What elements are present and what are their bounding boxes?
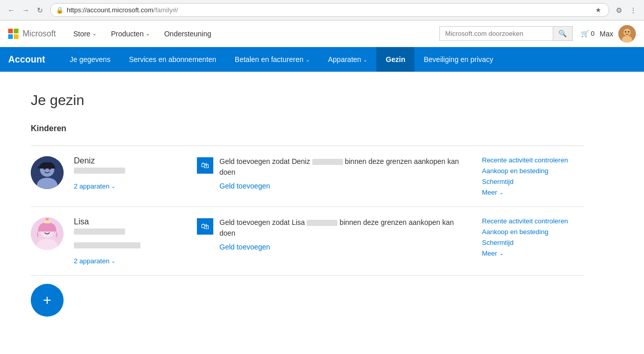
avatar[interactable] <box>618 25 636 43</box>
svg-rect-16 <box>46 218 49 220</box>
store-desc-lisa: Geld toevoegen zodat Lisa binnen deze gr… <box>219 217 472 239</box>
cart-icon[interactable]: 🛒 0 <box>581 30 594 37</box>
logo-blue <box>8 34 13 39</box>
aankoop-besteding-lisa[interactable]: Aankoop en besteding <box>482 228 548 236</box>
member-store-section-lisa: 🛍 Geld toevoegen zodat Lisa binnen deze … <box>197 217 472 251</box>
blur-text <box>312 159 343 165</box>
nav-beveiliging[interactable]: Beveiliging en privacy <box>414 47 502 72</box>
ms-search-area: 🔍 <box>439 26 573 41</box>
menu-icon[interactable]: ⋮ <box>628 5 639 16</box>
more-member-hint: + <box>31 275 585 317</box>
devices-chevron-icon-lisa: ⌄ <box>111 258 115 264</box>
deniz-avatar-svg <box>31 156 64 189</box>
schermtijd-deniz[interactable]: Schermtijd <box>482 178 513 185</box>
shopping-bag-icon: 🛍 <box>201 161 209 170</box>
username-label[interactable]: Max <box>600 30 613 38</box>
member-actions-deniz: Recente activiteit controleren Aankoop e… <box>482 156 585 196</box>
svg-point-4 <box>628 31 630 32</box>
svg-rect-15 <box>44 220 50 223</box>
meer-chevron-icon: ⌄ <box>499 190 504 195</box>
search-button[interactable]: 🔍 <box>553 27 572 40</box>
store-desc-deniz: Geld toevoegen zodat Deniz binnen deze g… <box>219 156 472 178</box>
add-member-avatar: + <box>31 284 64 317</box>
svg-point-3 <box>625 31 627 32</box>
schermtijd-lisa[interactable]: Schermtijd <box>482 239 513 246</box>
member-info-deniz: Deniz 2 apparaten ⌄ <box>74 156 187 190</box>
logo-green <box>14 29 18 33</box>
avatar-image <box>618 25 636 43</box>
add-money-link-deniz[interactable]: Geld toevoegen <box>219 182 270 190</box>
recente-activiteit-deniz[interactable]: Recente activiteit controleren <box>482 156 568 164</box>
account-title: Account <box>8 54 45 65</box>
browser-icon-area: ⚙ ⋮ <box>613 5 639 16</box>
page-title: Je gezin <box>31 92 585 109</box>
devices-chevron-icon: ⌄ <box>111 183 115 189</box>
member-store-info-deniz: Geld toevoegen zodat Deniz binnen deze g… <box>219 156 472 190</box>
nav-store[interactable]: Store ⌄ <box>66 20 104 47</box>
ms-logo-text: Microsoft <box>23 29 56 38</box>
aankoop-besteding-deniz[interactable]: Aankoop en besteding <box>482 167 548 175</box>
search-input[interactable] <box>440 27 553 40</box>
family-member-row: Deniz 2 apparaten ⌄ 🛍 Geld toevoegen zod… <box>31 145 585 206</box>
chevron-down-icon: ⌄ <box>306 57 310 63</box>
member-actions-lisa: Recente activiteit controleren Aankoop e… <box>482 217 585 257</box>
url-base: https://account.microsoft.com <box>67 6 153 14</box>
ms-logo-grid <box>8 29 18 39</box>
cart-count: 0 <box>591 30 594 37</box>
member-avatar-deniz <box>31 156 64 189</box>
refresh-button[interactable]: ↻ <box>34 4 46 16</box>
nav-services[interactable]: Services en abonnementen <box>119 47 225 72</box>
back-button[interactable]: ← <box>5 4 17 16</box>
member-email-blur-lisa-2 <box>74 242 140 248</box>
nav-je-gegevens[interactable]: Je gegevens <box>61 47 119 72</box>
family-member-row-lisa: Lisa 2 apparaten ⌄ 🛍 Geld toevoegen zoda… <box>31 206 585 275</box>
account-nav-items: Je gegevens Services en abonnementen Bet… <box>61 47 502 72</box>
address-bar[interactable]: 🔒 https://account.microsoft.com/family#/… <box>50 3 609 17</box>
meer-deniz[interactable]: Meer ⌄ <box>482 189 504 196</box>
member-store-section-deniz: 🛍 Geld toevoegen zodat Deniz binnen deze… <box>197 156 472 190</box>
address-text: https://account.microsoft.com/family#/ <box>67 6 593 14</box>
chevron-down-icon: ⌄ <box>92 31 96 36</box>
blur-text-lisa <box>307 220 337 226</box>
member-devices-lisa[interactable]: 2 apparaten ⌄ <box>74 257 187 265</box>
avatar-svg <box>618 25 636 43</box>
meer-chevron-icon-lisa: ⌄ <box>499 251 504 256</box>
main-content: Je gezin Kinderen Deniz 2 apparaten ⌄ <box>0 72 615 337</box>
url-path: /family#/ <box>153 6 178 14</box>
nav-betalen[interactable]: Betalen en factureren ⌄ <box>226 47 319 72</box>
ms-user-area: 🛒 0 Max <box>581 25 636 43</box>
member-info-lisa: Lisa 2 apparaten ⌄ <box>74 217 187 265</box>
member-devices-deniz[interactable]: 2 apparaten ⌄ <box>74 182 187 190</box>
ms-logo[interactable]: Microsoft <box>8 29 56 39</box>
member-name-lisa: Lisa <box>74 217 187 226</box>
forward-button[interactable]: → <box>19 4 32 16</box>
nav-producten[interactable]: Producten ⌄ <box>104 20 157 47</box>
chevron-down-icon: ⌄ <box>146 31 150 36</box>
kinderen-section-title: Kinderen <box>31 124 585 137</box>
chevron-down-icon: ⌄ <box>363 57 367 63</box>
recente-activiteit-lisa[interactable]: Recente activiteit controleren <box>482 217 568 225</box>
account-navbar: Account Je gegevens Services en abonneme… <box>0 47 644 72</box>
store-icon-lisa: 🛍 <box>197 218 213 235</box>
logo-red <box>8 29 13 33</box>
member-name-deniz: Deniz <box>74 156 187 165</box>
store-icon-deniz: 🛍 <box>197 157 213 174</box>
extensions-icon[interactable]: ⚙ <box>613 5 625 16</box>
lisa-avatar-svg <box>31 217 64 250</box>
meer-lisa[interactable]: Meer ⌄ <box>482 249 504 257</box>
nav-gezin[interactable]: Gezin <box>376 47 414 72</box>
browser-nav-buttons: ← → ↻ <box>5 4 46 16</box>
add-money-link-lisa[interactable]: Geld toevoegen <box>219 243 270 251</box>
browser-chrome: ← → ↻ 🔒 https://account.microsoft.com/fa… <box>0 0 644 20</box>
member-avatar-lisa <box>31 217 64 250</box>
ms-topnav: Microsoft Store ⌄ Producten ⌄ Ondersteun… <box>0 20 644 47</box>
bookmark-icon[interactable]: ★ <box>593 5 603 15</box>
plus-icon: + <box>43 292 51 308</box>
nav-apparaten[interactable]: Apparaten ⌄ <box>319 47 377 72</box>
ms-nav-items: Store ⌄ Producten ⌄ Ondersteuning <box>66 20 431 47</box>
logo-yellow <box>14 34 18 39</box>
nav-ondersteuning[interactable]: Ondersteuning <box>157 20 218 47</box>
lock-icon: 🔒 <box>56 7 64 14</box>
member-email-blur-deniz <box>74 168 125 174</box>
member-email-blur-lisa <box>74 228 125 235</box>
